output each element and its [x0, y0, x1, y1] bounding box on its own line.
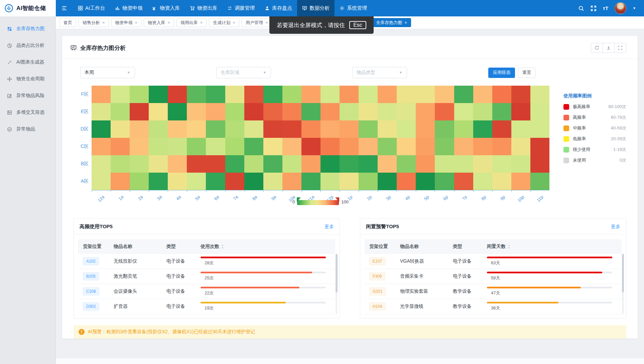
- search-icon[interactable]: [578, 5, 584, 11]
- heatmap-cell[interactable]: [263, 120, 282, 138]
- heatmap-cell[interactable]: [435, 173, 454, 190]
- more-link[interactable]: 更多: [611, 224, 620, 230]
- heatmap-cell[interactable]: [130, 138, 149, 155]
- heatmap-cell[interactable]: [416, 86, 435, 103]
- table-scrollbar[interactable]: [336, 254, 338, 314]
- nav-item-dashboard[interactable]: AI工作台: [73, 0, 110, 16]
- heatmap-cell[interactable]: [187, 155, 206, 173]
- sidebar-item-anomaly[interactable]: 异常物品: [0, 121, 55, 138]
- nav-item-gear[interactable]: 系统管理: [335, 0, 372, 16]
- heatmap-cell[interactable]: [473, 120, 492, 138]
- heatmap-cell[interactable]: [149, 173, 168, 190]
- close-icon[interactable]: ×: [404, 20, 407, 25]
- refresh-icon[interactable]: [591, 43, 603, 53]
- sidebar-item-lifecycle[interactable]: 物资生命周期: [0, 71, 55, 87]
- heatmap-cell[interactable]: [168, 138, 187, 155]
- heatmap-cell[interactable]: [378, 120, 397, 138]
- heatmap-cell[interactable]: [187, 138, 206, 155]
- heatmap-cell[interactable]: [473, 103, 492, 120]
- heatmap-cell[interactable]: [435, 138, 454, 155]
- heatmap-cell[interactable]: [111, 138, 130, 155]
- heatmap-cell[interactable]: [263, 173, 282, 190]
- heatmap-cell[interactable]: [530, 155, 549, 173]
- heatmap-cell[interactable]: [301, 120, 320, 138]
- heatmap-cell[interactable]: [378, 173, 397, 190]
- font-size-icon[interactable]: тT: [603, 5, 609, 11]
- heatmap-cell[interactable]: [397, 103, 416, 120]
- heatmap-cell[interactable]: [416, 103, 435, 120]
- heatmap-cell[interactable]: [416, 155, 435, 173]
- heatmap-cell[interactable]: [492, 120, 511, 138]
- visualmap-gradient-bar[interactable]: [297, 200, 339, 205]
- heatmap-cell[interactable]: [282, 155, 301, 173]
- heatmap-cell[interactable]: [359, 155, 378, 173]
- more-link[interactable]: 更多: [325, 224, 334, 230]
- heatmap-cell[interactable]: [340, 103, 359, 120]
- heatmap-cell[interactable]: [511, 138, 530, 155]
- heatmap-cell[interactable]: [168, 173, 187, 190]
- heatmap-cell[interactable]: [92, 120, 111, 138]
- heatmap-cell[interactable]: [511, 155, 530, 173]
- heatmap-cell[interactable]: [454, 120, 473, 138]
- tab-4[interactable]: 领用出库×: [176, 18, 207, 27]
- heatmap-cell[interactable]: [149, 155, 168, 173]
- heatmap-cell[interactable]: [359, 120, 378, 138]
- heatmap-cell[interactable]: [187, 120, 206, 138]
- heatmap-cell[interactable]: [378, 138, 397, 155]
- heatmap-cell[interactable]: [130, 103, 149, 120]
- heatmap-cell[interactable]: [92, 155, 111, 173]
- heatmap-cell[interactable]: [359, 138, 378, 155]
- shelf-tag[interactable]: A102: [83, 257, 99, 265]
- heatmap-cell[interactable]: [282, 120, 301, 138]
- tab-6[interactable]: 用户管理×: [242, 18, 272, 27]
- heatmap-cell[interactable]: [320, 173, 340, 190]
- heatmap-cell[interactable]: [301, 138, 320, 155]
- close-icon[interactable]: ×: [200, 20, 203, 25]
- heatmap-cell[interactable]: [225, 86, 244, 103]
- tab-10[interactable]: 全库存热力图×: [372, 18, 411, 27]
- heatmap-cell[interactable]: [168, 120, 187, 138]
- heatmap-cell[interactable]: [225, 138, 244, 155]
- heatmap-cell[interactable]: [397, 173, 416, 190]
- heatmap-cell[interactable]: [454, 173, 473, 190]
- heatmap-cell[interactable]: [530, 103, 549, 120]
- sidebar-item-ai-chart[interactable]: AI图表生成器: [0, 54, 55, 71]
- heatmap-cell[interactable]: [130, 120, 149, 138]
- heatmap-cell[interactable]: [492, 138, 511, 155]
- heatmap-cell[interactable]: [111, 103, 130, 120]
- heatmap-cell[interactable]: [492, 103, 511, 120]
- heatmap-cell[interactable]: [130, 86, 149, 103]
- close-icon[interactable]: ×: [102, 20, 105, 25]
- heatmap-cell[interactable]: [416, 120, 435, 138]
- heatmap-cell[interactable]: [530, 86, 549, 103]
- heatmap-cell[interactable]: [473, 155, 492, 173]
- sidebar-item-heatmap[interactable]: 全库存热力图: [0, 20, 55, 37]
- heatmap-cell[interactable]: [206, 138, 225, 155]
- heatmap-cell[interactable]: [435, 155, 454, 173]
- heatmap-cell[interactable]: [301, 86, 320, 103]
- heatmap-cell[interactable]: [187, 103, 206, 120]
- shelf-tag[interactable]: G201: [369, 287, 386, 295]
- apply-filter-button[interactable]: 应用筛选: [488, 68, 515, 78]
- heatmap-cell[interactable]: [130, 173, 149, 190]
- heatmap-cell[interactable]: [244, 103, 263, 120]
- heatmap-cell[interactable]: [473, 173, 492, 190]
- heatmap-cell[interactable]: [244, 173, 263, 190]
- tab-3[interactable]: 物资入库×: [144, 18, 174, 27]
- heatmap-cell[interactable]: [454, 155, 473, 173]
- shelf-tag[interactable]: E107: [369, 257, 385, 265]
- heatmap-cell[interactable]: [92, 103, 111, 120]
- heatmap-cell[interactable]: [320, 120, 340, 138]
- heatmap-cell[interactable]: [301, 103, 320, 120]
- tab-5[interactable]: 生成计划×: [209, 18, 239, 27]
- item-type-select[interactable]: 物品类型▼: [352, 67, 407, 78]
- heatmap-cell[interactable]: [454, 138, 473, 155]
- heatmap-cell[interactable]: [263, 155, 282, 173]
- heatmap-cell[interactable]: [320, 86, 340, 103]
- sidebar-item-risk[interactable]: 异常物品风险: [0, 87, 55, 104]
- heatmap-cell[interactable]: [282, 173, 301, 190]
- heatmap-cell[interactable]: [244, 86, 263, 103]
- heatmap-cell[interactable]: [282, 86, 301, 103]
- heatmap-cell[interactable]: [92, 138, 111, 155]
- heatmap-cell[interactable]: [416, 138, 435, 155]
